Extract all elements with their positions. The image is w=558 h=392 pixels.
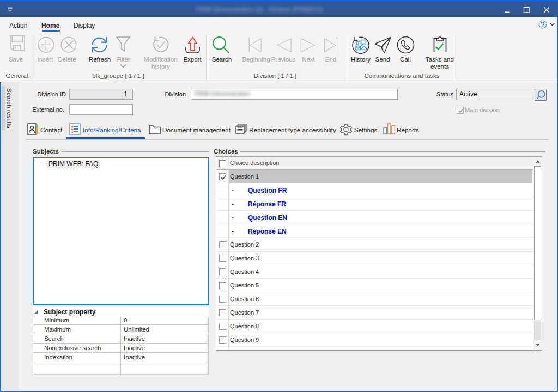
svg-text:★: ★ — [71, 130, 74, 134]
